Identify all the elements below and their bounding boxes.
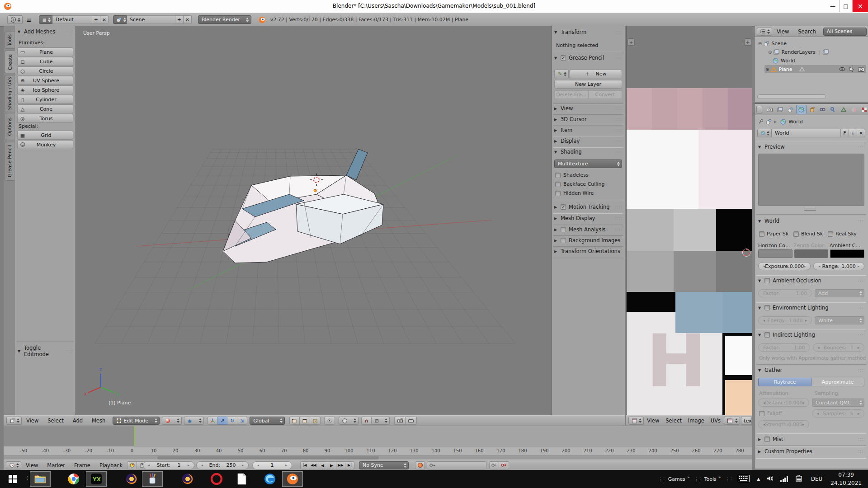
snap-toggle-button[interactable]: ∩: [361, 417, 372, 425]
gather-approximate-button[interactable]: Approximate: [811, 378, 864, 386]
add-grid-button[interactable]: ▦Grid: [17, 131, 73, 140]
add-torus-button[interactable]: ◎Torus: [17, 114, 73, 123]
indirect-lighting-panel-header[interactable]: ▼Indirect Lighting::::: [758, 332, 865, 338]
ambient-occlusion-panel-header[interactable]: ▼Ambient Occlusion::::: [758, 277, 865, 284]
gp-source-selector[interactable]: ✎: [554, 70, 569, 78]
end-frame-field[interactable]: ◂End:250▸: [196, 461, 249, 469]
scene-add-button[interactable]: +: [175, 15, 184, 24]
minimize-button[interactable]: —: [826, 0, 839, 12]
ao-blend-selector[interactable]: Add: [815, 289, 864, 297]
range-slider[interactable]: ◂Range:1.000▸: [813, 262, 864, 270]
panel-grip-icon[interactable]: ::::: [615, 56, 623, 60]
manipulator-axis-button[interactable]: [208, 417, 217, 425]
panel-grip-icon[interactable]: ::::: [66, 349, 74, 353]
editor-type-selector[interactable]: i: [7, 15, 23, 24]
background-images-checkbox[interactable]: [561, 238, 566, 243]
timeline-view-menu[interactable]: View: [21, 462, 42, 469]
snap-element-selector[interactable]: ⊞: [372, 417, 390, 425]
selectability-cursor-icon[interactable]: [849, 66, 854, 72]
limit-selection-visible-button[interactable]: [324, 417, 335, 425]
outliner-filter-selector[interactable]: All Scenes: [823, 28, 867, 36]
panel-grip-icon[interactable]: ::::: [615, 216, 623, 221]
gp-delete-frame-button[interactable]: Delete Fra...: [554, 90, 589, 99]
background-images-panel-header[interactable]: ▶Background Images: [554, 237, 623, 244]
delete-keyframe-button[interactable]: [499, 461, 509, 469]
add-circle-button[interactable]: ○Circle: [17, 66, 73, 75]
layout-delete-button[interactable]: ×: [100, 15, 108, 24]
renderability-camera-icon[interactable]: [858, 67, 864, 72]
gather-samples-slider[interactable]: ◂Samples:5▸: [812, 409, 864, 418]
add-menu[interactable]: Add: [68, 418, 87, 424]
outliner-view-menu[interactable]: View: [772, 28, 793, 35]
panel-grip-icon[interactable]: ::::: [858, 219, 865, 223]
timeline-ruler[interactable]: -50-40-30-20-100102030405060708090100110…: [4, 446, 752, 455]
image-datablock-selector[interactable]: [724, 417, 740, 425]
panel-grip-icon[interactable]: ::::: [858, 449, 865, 454]
properties-editor-type-selector[interactable]: [756, 106, 762, 114]
grease-pencil-panel-header[interactable]: ▼ ✓ Grease Pencil::::: [554, 55, 623, 61]
battery-icon[interactable]: [794, 475, 803, 483]
start-button[interactable]: [5, 473, 21, 485]
panel-grip-icon[interactable]: ::::: [615, 30, 623, 34]
exposure-slider[interactable]: ◂Exposure:0.000▸: [758, 262, 811, 270]
tab-constraints[interactable]: [818, 105, 827, 114]
add-cube-button[interactable]: ◻Cube: [17, 57, 73, 66]
gp-new-layer-button[interactable]: New Layer: [554, 80, 622, 89]
panel-grip-icon[interactable]: ::::: [615, 139, 623, 143]
mesh-menu[interactable]: Mesh: [87, 418, 110, 424]
gather-raytrace-button[interactable]: Raytrace: [758, 378, 811, 386]
render-opengl-anim-button[interactable]: [406, 417, 417, 425]
uv-editor-type-selector[interactable]: [628, 417, 644, 425]
viewport-3d[interactable]: x y z User Persp (1) Plane: [76, 26, 551, 415]
shelf-tab-tools[interactable]: Tools: [4, 32, 14, 49]
panel-grip-icon[interactable]: ::::: [858, 278, 865, 283]
env-color-selector[interactable]: White: [815, 316, 864, 324]
tray-games-toolbar[interactable]: Games: [668, 476, 685, 482]
tray-tools-toolbar[interactable]: Tools: [704, 476, 717, 482]
outliner-item-scene[interactable]: ⊖ Scene: [758, 39, 787, 47]
world-name-field[interactable]: World: [772, 129, 841, 137]
jump-to-end-button[interactable]: ▶|: [345, 461, 354, 469]
item-panel-header[interactable]: ▶Item::::: [554, 127, 623, 133]
panel-grip-icon[interactable]: ::::: [615, 128, 623, 132]
face-select-button[interactable]: [310, 417, 321, 425]
outliner-item-renderlayers[interactable]: ⊕ RenderLayers |: [768, 48, 829, 56]
world-panel-header[interactable]: ▼World::::: [758, 218, 865, 224]
tab-object-data[interactable]: [839, 105, 848, 114]
visibility-eye-icon[interactable]: [839, 66, 845, 72]
mist-checkbox[interactable]: [764, 436, 770, 442]
ao-factor-slider[interactable]: Factor:1.00: [758, 289, 812, 297]
scene-delete-button[interactable]: ×: [184, 15, 192, 24]
add-cone-button[interactable]: △Cone: [17, 104, 73, 113]
timeline-marker-menu[interactable]: Marker: [42, 462, 70, 469]
view-panel-header[interactable]: ▶View::::: [554, 105, 623, 112]
use-preview-range-button[interactable]: [127, 461, 137, 469]
chevron-expand-icon[interactable]: »: [718, 475, 721, 479]
zenith-color-swatch[interactable]: [794, 249, 829, 258]
toolbar-grip[interactable]: ⋮⋮: [725, 477, 732, 482]
taskbar-app-notepad[interactable]: [231, 471, 252, 487]
manipulator-scale-button[interactable]: ⇲: [237, 417, 247, 425]
panel-grip-icon[interactable]: ::::: [858, 368, 865, 372]
panel-grip-icon[interactable]: ::::: [858, 437, 865, 441]
add-monkey-button[interactable]: ☺Monkey: [17, 140, 73, 149]
tab-material[interactable]: [849, 105, 859, 114]
hidden-wire-checkbox[interactable]: [555, 191, 561, 196]
taskbar-app-firefox[interactable]: [121, 471, 142, 487]
chevron-expand-icon[interactable]: »: [687, 475, 690, 479]
image-name-field[interactable]: tex: [741, 417, 752, 425]
manipulator-translate-button[interactable]: ↗: [217, 417, 227, 425]
uv-select-menu[interactable]: Select: [662, 418, 684, 424]
gather-sampling-selector[interactable]: Constant QMC: [812, 399, 864, 407]
timeline-editor-type-selector[interactable]: [6, 461, 21, 469]
gather-panel-header[interactable]: ▼Gather::::: [758, 367, 865, 373]
gp-convert-button[interactable]: Convert: [589, 90, 623, 99]
tab-texture[interactable]: [859, 105, 868, 114]
insert-keyframe-button[interactable]: [489, 461, 499, 469]
world-browse-button[interactable]: [757, 129, 772, 137]
render-opengl-still-button[interactable]: [394, 417, 406, 425]
vertex-select-button[interactable]: [289, 417, 300, 425]
pivot-point-selector[interactable]: ◉: [184, 417, 204, 425]
uv-image-menu[interactable]: Image: [685, 418, 708, 424]
world-unlink-button[interactable]: ×: [857, 129, 865, 137]
